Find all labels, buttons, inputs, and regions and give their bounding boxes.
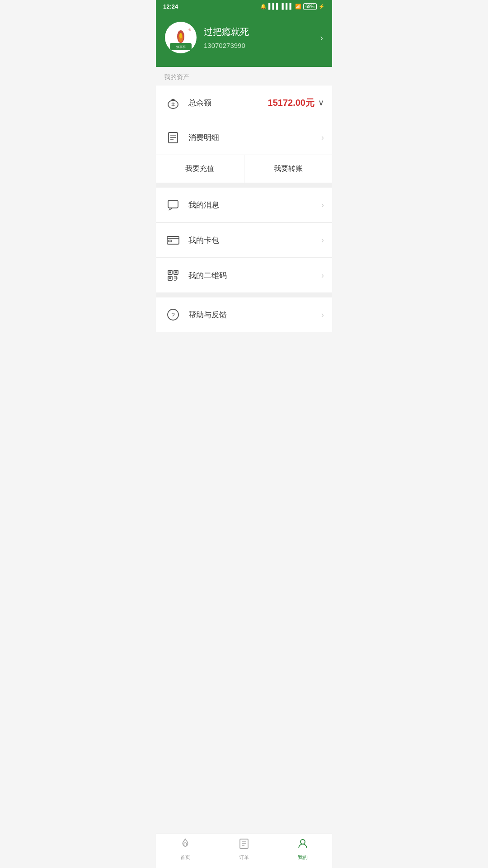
message-icon <box>164 196 182 214</box>
qrcode-chevron-icon: › <box>321 271 324 280</box>
consume-detail-left: 消费明细 <box>164 128 219 146</box>
profile-name: 过把瘾就死 <box>204 26 249 38</box>
profile-info: 过把瘾就死 13070273990 <box>204 26 249 49</box>
wifi-icon: 📶 <box>295 4 301 9</box>
svg-rect-20 <box>169 272 171 274</box>
wallet-row[interactable]: 我的卡包 › <box>156 223 332 258</box>
battery-icon: 69% <box>303 3 317 10</box>
status-time: 12:24 <box>163 3 178 10</box>
wallet-icon <box>164 231 182 249</box>
svg-text:炊事班: 炊事班 <box>176 45 186 48</box>
svg-rect-13 <box>168 200 178 208</box>
profile-phone: 13070273990 <box>204 42 249 49</box>
consume-detail-chevron-icon: › <box>321 133 324 142</box>
wallet-left: 我的卡包 <box>164 231 219 249</box>
transfer-button[interactable]: 我要转账 <box>244 155 333 183</box>
svg-rect-22 <box>169 278 171 279</box>
action-buttons-row: 我要充值 我要转账 <box>156 155 332 183</box>
messages-chevron-icon: › <box>321 200 324 210</box>
balance-label: 总余额 <box>188 98 211 108</box>
profile-section[interactable]: 炊事班 ® 过把瘾就死 13070273990 › <box>156 13 332 67</box>
alarm-icon: 🔔 <box>260 4 267 9</box>
help-label: 帮助与反馈 <box>188 310 227 320</box>
help-left: ? 帮助与反馈 <box>164 306 227 324</box>
assets-section-label: 我的资产 <box>156 67 332 85</box>
profile-left: 炊事班 ® 过把瘾就死 13070273990 <box>165 22 249 53</box>
balance-left: 总余额 <box>164 94 211 112</box>
logo-svg: 炊事班 ® <box>166 23 195 52</box>
svg-rect-16 <box>169 240 172 242</box>
consume-detail-row[interactable]: 消费明细 › <box>156 120 332 155</box>
wallet-chevron-icon: › <box>321 236 324 245</box>
consume-detail-label: 消费明细 <box>188 132 219 143</box>
signal-icon: ▌▌▌ <box>268 3 280 9</box>
svg-rect-21 <box>175 272 177 274</box>
help-chevron-icon: › <box>321 310 324 320</box>
qrcode-label: 我的二维码 <box>188 270 227 281</box>
profile-chevron-icon[interactable]: › <box>320 33 323 43</box>
section-divider-2 <box>156 293 332 297</box>
recharge-button[interactable]: 我要充值 <box>156 155 244 183</box>
avatar: 炊事班 ® <box>165 22 197 53</box>
wallet-label: 我的卡包 <box>188 235 219 245</box>
section-divider-1 <box>156 183 332 188</box>
balance-row[interactable]: 总余额 15172.00元 ∨ <box>156 85 332 120</box>
help-row[interactable]: ? 帮助与反馈 › <box>156 297 332 332</box>
qrcode-left: 我的二维码 <box>164 266 227 284</box>
svg-text:?: ? <box>171 311 175 319</box>
balance-amount: 15172.00元 <box>268 97 314 109</box>
chevron-down-icon[interactable]: ∨ <box>318 98 324 108</box>
assets-card: 总余额 15172.00元 ∨ 消费明细 › 我要充值 我要转账 <box>156 85 332 183</box>
messages-row[interactable]: 我的消息 › <box>156 188 332 222</box>
charging-icon: ⚡ <box>319 4 325 9</box>
messages-left: 我的消息 <box>164 196 219 214</box>
balance-icon <box>164 94 182 112</box>
messages-label: 我的消息 <box>188 200 219 210</box>
svg-point-3 <box>179 33 182 38</box>
qrcode-icon <box>164 266 182 284</box>
signal2-icon: ▌▌▌ <box>282 3 293 9</box>
help-icon: ? <box>164 306 182 324</box>
qrcode-row[interactable]: 我的二维码 › <box>156 258 332 293</box>
balance-right: 15172.00元 ∨ <box>268 97 324 109</box>
status-icons: 🔔 ▌▌▌ ▌▌▌ 📶 69% ⚡ <box>260 3 325 10</box>
svg-text:®: ® <box>188 28 191 32</box>
consume-icon <box>164 128 182 146</box>
status-bar: 12:24 🔔 ▌▌▌ ▌▌▌ 📶 69% ⚡ <box>156 0 332 13</box>
